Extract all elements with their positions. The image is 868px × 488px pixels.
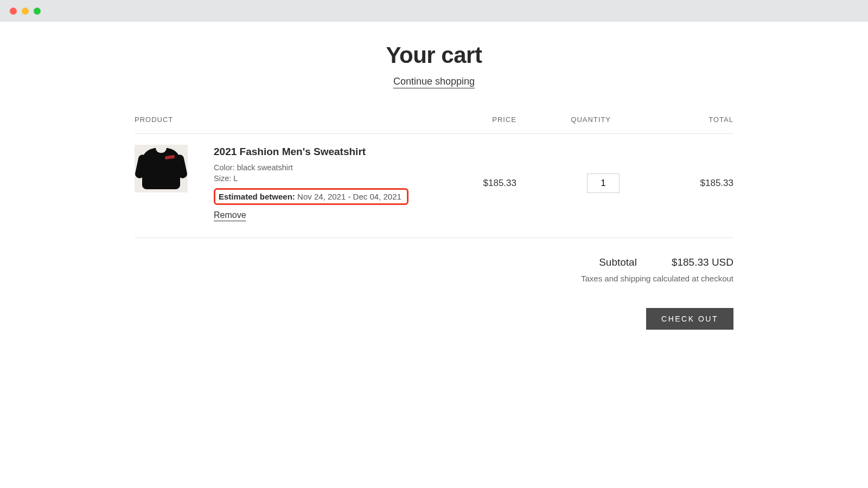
product-image xyxy=(142,148,180,189)
close-window-button[interactable] xyxy=(10,8,17,15)
remove-item-link[interactable]: Remove xyxy=(214,210,246,221)
col-price: PRICE xyxy=(430,115,516,124)
window-controls xyxy=(10,8,41,15)
cart-header-row: PRODUCT PRICE QUANTITY TOTAL xyxy=(135,115,733,134)
product-details: 2021 Fashion Men's Sweatshirt Color: bla… xyxy=(188,145,430,221)
delivery-estimate-label: Estimated between: xyxy=(219,192,295,201)
variant-color-value: black sweatshirt xyxy=(237,163,293,172)
quantity-input[interactable] xyxy=(587,174,620,193)
subtotal-value: $185.33 USD xyxy=(672,256,733,268)
continue-shopping-link[interactable]: Continue shopping xyxy=(0,76,868,87)
continue-shopping-label: Continue shopping xyxy=(393,76,475,88)
variant-size-value: L xyxy=(233,174,238,183)
item-price: $185.33 xyxy=(430,178,516,189)
cart-table: PRODUCT PRICE QUANTITY TOTAL 2021 Fashio… xyxy=(135,115,733,330)
maximize-window-button[interactable] xyxy=(34,8,41,15)
variant-size: Size: L xyxy=(214,174,430,183)
product-thumbnail[interactable] xyxy=(135,145,188,192)
variant-color: Color: black sweatshirt xyxy=(214,163,430,172)
window-titlebar xyxy=(0,0,868,22)
minimize-window-button[interactable] xyxy=(22,8,29,15)
col-product: PRODUCT xyxy=(135,115,430,124)
col-total: TOTAL xyxy=(636,115,733,124)
delivery-estimate-highlight: Estimated between: Nov 24, 2021 - Dec 04… xyxy=(214,188,409,205)
product-name: 2021 Fashion Men's Sweatshirt xyxy=(214,146,430,158)
col-quantity: QUANTITY xyxy=(516,115,636,124)
cart-item-row: 2021 Fashion Men's Sweatshirt Color: bla… xyxy=(135,134,733,238)
page-title: Your cart xyxy=(0,42,868,68)
subtotal-row: Subtotal $185.33 USD xyxy=(599,256,733,268)
tax-shipping-note: Taxes and shipping calculated at checkou… xyxy=(581,274,733,283)
quantity-cell xyxy=(516,174,636,193)
item-total: $185.33 xyxy=(636,178,733,189)
variant-size-label: Size: xyxy=(214,174,231,183)
checkout-button[interactable]: CHECK OUT xyxy=(646,308,733,330)
delivery-estimate-value: Nov 24, 2021 - Dec 04, 2021 xyxy=(297,192,401,201)
cart-summary: Subtotal $185.33 USD Taxes and shipping … xyxy=(135,256,733,330)
variant-color-label: Color: xyxy=(214,163,235,172)
subtotal-label: Subtotal xyxy=(599,256,637,268)
